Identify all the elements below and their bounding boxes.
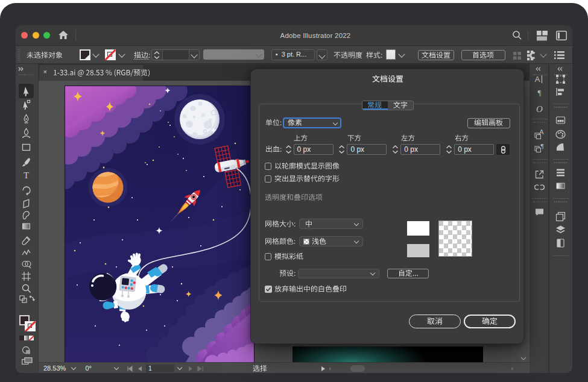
svg-text:A: A <box>539 129 544 136</box>
svg-text:A: A <box>534 75 540 84</box>
svg-text:T: T <box>23 171 28 180</box>
svg-text:O: O <box>536 104 543 113</box>
svg-text:¶: ¶ <box>537 87 541 96</box>
svg-text:¶: ¶ <box>540 142 543 149</box>
